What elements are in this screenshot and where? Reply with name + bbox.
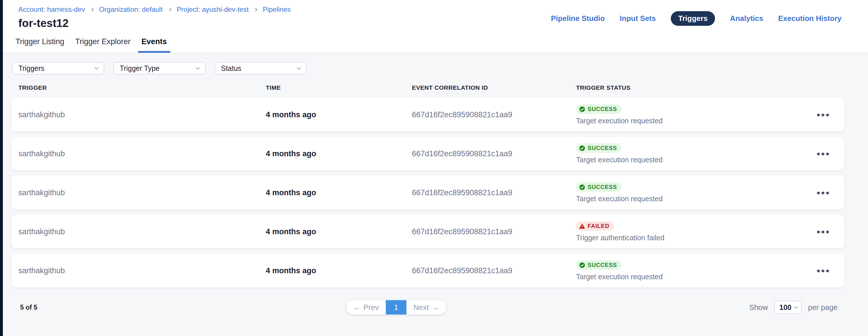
- event-correlation-id: 667d16f2ec895908821c1aa9: [412, 149, 576, 158]
- show-label: Show: [749, 303, 768, 312]
- status-badge: SUCCESS: [576, 143, 621, 153]
- filters-bar: Triggers Trigger Type Status: [12, 53, 868, 74]
- table-header: TRIGGER TIME EVENT CORRELATION ID TRIGGE…: [11, 84, 844, 91]
- trigger-status-cell: SUCCESS Target execution requested: [576, 104, 810, 125]
- chevron-down-icon: [297, 65, 301, 69]
- trigger-status-cell: FAILED Trigger authentication failed: [576, 221, 810, 242]
- more-options-button[interactable]: •••: [810, 229, 837, 235]
- more-options-button[interactable]: •••: [810, 268, 837, 273]
- tab-trigger-listing[interactable]: Trigger Listing: [12, 32, 68, 53]
- status-label: SUCCESS: [588, 145, 617, 152]
- status-label: SUCCESS: [588, 262, 617, 268]
- chevron-down-icon: [94, 65, 98, 69]
- event-row[interactable]: sarthakgithub 4 months ago 667d16f2ec895…: [11, 254, 844, 288]
- left-nav-rail: [0, 0, 3, 336]
- events-content: Triggers Trigger Type Status TRIGGER TIM…: [0, 53, 868, 336]
- page-size-value: 100: [779, 303, 792, 312]
- page-size-control: Show 100 per page: [749, 300, 838, 314]
- trigger-type-filter-label: Trigger Type: [120, 64, 160, 72]
- check-circle-icon: [579, 145, 585, 152]
- event-correlation-id: 667d16f2ec895908821c1aa9: [412, 110, 576, 119]
- event-row[interactable]: sarthakgithub 4 months ago 667d16f2ec895…: [11, 215, 844, 248]
- check-circle-icon: [579, 106, 585, 112]
- page-1-button[interactable]: 1: [386, 300, 406, 314]
- breadcrumb-pipelines[interactable]: Pipelines: [262, 5, 290, 14]
- pagination: ← Prev 1 Next →: [346, 300, 446, 314]
- event-row[interactable]: sarthakgithub 4 months ago 667d16f2ec895…: [11, 176, 844, 209]
- event-time: 4 months ago: [266, 266, 412, 275]
- more-options-button[interactable]: •••: [810, 112, 837, 117]
- col-trigger-status: TRIGGER STATUS: [576, 84, 810, 91]
- next-page-button[interactable]: Next →: [406, 300, 446, 314]
- trigger-type-filter-select[interactable]: Trigger Type: [113, 62, 206, 74]
- status-filter-label: Status: [221, 64, 241, 72]
- col-event-correlation-id: EVENT CORRELATION ID: [412, 84, 576, 91]
- col-trigger: TRIGGER: [19, 84, 266, 91]
- trigger-name: sarthakgithub: [19, 266, 266, 275]
- status-filter-select[interactable]: Status: [215, 62, 307, 74]
- next-label: Next: [413, 303, 429, 312]
- check-circle-icon: [579, 184, 585, 190]
- breadcrumb-account[interactable]: Account: harness-dev: [19, 5, 85, 14]
- status-badge: SUCCESS: [576, 104, 621, 114]
- status-badge: SUCCESS: [576, 182, 621, 192]
- trigger-status-cell: SUCCESS Target execution requested: [576, 182, 810, 203]
- event-time: 4 months ago: [266, 188, 412, 197]
- events-list: sarthakgithub 4 months ago 667d16f2ec895…: [11, 98, 844, 288]
- event-row[interactable]: sarthakgithub 4 months ago 667d16f2ec895…: [11, 98, 844, 132]
- nav-triggers[interactable]: Triggers: [671, 11, 715, 26]
- next-arrow-icon: →: [432, 303, 439, 312]
- status-badge: FAILED: [576, 221, 614, 231]
- status-message: Target execution requested: [576, 195, 663, 203]
- trigger-status-cell: SUCCESS Target execution requested: [576, 260, 810, 281]
- status-label: SUCCESS: [588, 184, 617, 190]
- event-time: 4 months ago: [266, 227, 412, 236]
- breadcrumb-separator-icon: [90, 8, 94, 11]
- event-correlation-id: 667d16f2ec895908821c1aa9: [412, 266, 576, 275]
- tab-events[interactable]: Events: [138, 32, 170, 53]
- page-header: Account: harness-dev Organization: defau…: [0, 0, 868, 32]
- nav-input-sets[interactable]: Input Sets: [620, 14, 656, 23]
- pagination-summary: 5 of 5: [20, 304, 37, 311]
- page-size-select[interactable]: 100: [774, 301, 802, 314]
- trigger-name: sarthakgithub: [19, 110, 266, 119]
- warning-triangle-icon: [579, 223, 585, 229]
- status-label: SUCCESS: [588, 106, 617, 112]
- breadcrumb-separator-icon: [254, 8, 258, 11]
- trigger-status-cell: SUCCESS Target execution requested: [576, 143, 810, 164]
- chevron-down-icon: [196, 65, 200, 69]
- status-label: FAILED: [588, 223, 609, 229]
- event-row[interactable]: sarthakgithub 4 months ago 667d16f2ec895…: [11, 137, 844, 171]
- nav-analytics[interactable]: Analytics: [730, 14, 763, 23]
- trigger-name: sarthakgithub: [19, 149, 266, 158]
- pipeline-nav: Pipeline Studio Input Sets Triggers Anal…: [551, 11, 842, 26]
- breadcrumb-organization[interactable]: Organization: default: [99, 5, 162, 14]
- prev-page-button[interactable]: ← Prev: [346, 300, 386, 314]
- status-message: Target execution requested: [576, 156, 663, 164]
- breadcrumb-project[interactable]: Project: ayushi-dev-test: [177, 5, 249, 14]
- tab-trigger-explorer[interactable]: Trigger Explorer: [72, 32, 134, 53]
- triggers-filter-label: Triggers: [19, 64, 44, 72]
- status-message: Target execution requested: [576, 273, 663, 281]
- status-badge: SUCCESS: [576, 260, 621, 270]
- events-tabbar: Trigger Listing Trigger Explorer Events: [0, 32, 868, 53]
- event-time: 4 months ago: [266, 110, 412, 119]
- check-circle-icon: [579, 262, 585, 268]
- prev-arrow-icon: ←: [353, 303, 361, 312]
- chevron-down-icon: [794, 304, 798, 308]
- prev-label: Prev: [363, 303, 379, 312]
- more-options-button[interactable]: •••: [810, 190, 837, 196]
- nav-pipeline-studio[interactable]: Pipeline Studio: [551, 14, 605, 23]
- status-message: Target execution requested: [576, 117, 663, 125]
- event-time: 4 months ago: [266, 149, 412, 158]
- event-correlation-id: 667d16f2ec895908821c1aa9: [412, 227, 576, 236]
- nav-execution-history[interactable]: Execution History: [778, 14, 842, 23]
- status-message: Trigger authentication failed: [576, 234, 664, 242]
- more-options-button[interactable]: •••: [810, 151, 837, 157]
- event-correlation-id: 667d16f2ec895908821c1aa9: [412, 188, 576, 197]
- col-time: TIME: [266, 84, 412, 91]
- triggers-filter-select[interactable]: Triggers: [12, 62, 104, 74]
- per-page-label: per page: [808, 303, 838, 312]
- trigger-name: sarthakgithub: [19, 188, 266, 197]
- breadcrumb-separator-icon: [168, 8, 172, 11]
